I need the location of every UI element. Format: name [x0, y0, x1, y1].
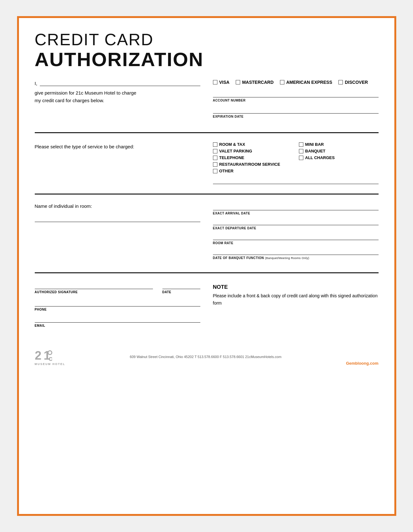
services-right: ROOM & TAX MINI BAR VALET PARKING BANQUE…: [213, 142, 379, 184]
services-prompt: Please select the type of service to be …: [35, 144, 134, 149]
section-permission: I, give permission for 21c Museum Hotel …: [35, 80, 379, 133]
card-type-mastercard[interactable]: MASTERCARD: [236, 80, 274, 85]
phone-line[interactable]: [35, 300, 200, 306]
account-number-line[interactable]: [213, 90, 379, 97]
all-charges-label: ALL CHARGES: [305, 155, 335, 160]
restaurant-checkbox[interactable]: [213, 162, 217, 167]
service-grid: ROOM & TAX MINI BAR VALET PARKING BANQUE…: [213, 142, 379, 160]
watermark: Gembloong.com: [346, 361, 379, 366]
room-rate-field: ROOM RATE: [213, 233, 379, 245]
amex-label: AMERICAN EXPRESS: [286, 80, 332, 85]
sig-labels: AUTHORIZED SIGNATURE DATE: [35, 290, 200, 294]
date-label: DATE: [162, 290, 200, 294]
account-number-label: ACCOUNT NUMBER: [213, 99, 379, 102]
permission-prefix: I,: [35, 81, 37, 86]
logo-svg: 2 1 c: [35, 348, 54, 362]
arrival-date-line[interactable]: [213, 203, 379, 210]
arrival-date-field: EXACT ARRIVAL DATE: [213, 203, 379, 215]
telephone-checkbox[interactable]: [213, 156, 217, 160]
section-services: Please select the type of service to be …: [35, 133, 379, 195]
email-line[interactable]: [35, 316, 200, 323]
room-info-left: Name of individual in room:: [35, 203, 200, 263]
service-other[interactable]: OTHER: [213, 169, 379, 173]
logo-21c: 2 1 c: [35, 348, 54, 362]
section-signature: AUTHORIZED SIGNATURE DATE PHONE EMAIL NO…: [35, 273, 379, 338]
permission-line: I,: [35, 80, 200, 86]
logo-area: 2 1 c MUSEUM HOTEL: [35, 348, 65, 366]
permission-left: I, give permission for 21c Museum Hotel …: [35, 80, 200, 123]
form-container: CREDIT CARD AUTHORIZATION I, give permis…: [17, 16, 396, 516]
card-type-discover[interactable]: DISCOVER: [338, 80, 368, 85]
banquet-checkbox[interactable]: [299, 149, 303, 153]
logo-text: MUSEUM HOTEL: [35, 362, 65, 366]
expiration-date-field: EXPIRATION DATE: [213, 107, 379, 118]
email-field: EMAIL: [35, 316, 200, 327]
room-tax-label: ROOM & TAX: [219, 142, 245, 147]
phone-field: PHONE: [35, 300, 200, 311]
service-all-charges[interactable]: ALL CHARGES: [299, 155, 379, 160]
departure-date-label: EXACT DEPARTURE DATE: [213, 226, 379, 230]
service-valet-parking[interactable]: VALET PARKING: [213, 149, 293, 153]
service-mini-bar[interactable]: MINI BAR: [299, 142, 379, 147]
service-room-tax[interactable]: ROOM & TAX: [213, 142, 293, 147]
signature-left: AUTHORIZED SIGNATURE DATE PHONE EMAIL: [35, 282, 200, 332]
banquet-date-field: DATE OF BANQUET FUNCTION (Banquet/Meetin…: [213, 248, 379, 260]
room-rate-line[interactable]: [213, 233, 379, 240]
other-label: OTHER: [219, 169, 234, 173]
sig-label: AUTHORIZED SIGNATURE: [35, 290, 153, 294]
note-title: NOTE: [213, 284, 379, 290]
mastercard-checkbox[interactable]: [236, 80, 240, 84]
date-line[interactable]: [162, 282, 200, 289]
phone-label: PHONE: [35, 308, 200, 311]
mini-bar-checkbox[interactable]: [299, 142, 303, 147]
room-name-line[interactable]: [35, 215, 200, 222]
note-box: NOTE Please include a front & back copy …: [213, 282, 379, 306]
visa-label: VISA: [219, 80, 230, 85]
arrival-date-label: EXACT ARRIVAL DATE: [213, 212, 379, 215]
card-types: VISA MASTERCARD AMERICAN EXPRESS DISCOVE…: [213, 80, 379, 85]
expiration-date-label: EXPIRATION DATE: [213, 115, 379, 118]
card-type-visa[interactable]: VISA: [213, 80, 230, 85]
service-telephone[interactable]: TELEPHONE: [213, 155, 293, 160]
amex-checkbox[interactable]: [280, 80, 284, 84]
title-line1: CREDIT CARD: [35, 31, 379, 49]
discover-label: DISCOVER: [345, 80, 368, 85]
departure-date-field: EXACT DEPARTURE DATE: [213, 218, 379, 230]
banquet-sublabel: (Banquet/Meeting Rooms Only): [265, 257, 309, 260]
note-right: NOTE Please include a front & back copy …: [213, 282, 379, 332]
email-label: EMAIL: [35, 324, 200, 327]
room-info-right: EXACT ARRIVAL DATE EXACT DEPARTURE DATE …: [213, 203, 379, 263]
room-tax-checkbox[interactable]: [213, 142, 217, 147]
departure-date-line[interactable]: [213, 218, 379, 225]
sig-row: [35, 282, 200, 289]
valet-parking-label: VALET PARKING: [219, 149, 252, 153]
restaurant-label: RESTAURANT/ROOM SERVICE: [219, 162, 280, 167]
card-info-right: VISA MASTERCARD AMERICAN EXPRESS DISCOVE…: [213, 80, 379, 123]
visa-checkbox[interactable]: [213, 80, 217, 84]
discover-checkbox[interactable]: [338, 80, 343, 84]
banquet-date-line[interactable]: [213, 248, 379, 255]
note-body: Please include a front & back copy of cr…: [213, 292, 379, 306]
room-rate-label: ROOM RATE: [213, 241, 379, 245]
section-room-info: Name of individual in room: EXACT ARRIVA…: [35, 195, 379, 273]
room-name-prompt: Name of individual in room:: [35, 203, 200, 209]
expiration-date-line[interactable]: [213, 107, 379, 114]
footer-address: 609 Walnut Street Cincinnati, Ohio 45202…: [130, 355, 282, 359]
service-banquet[interactable]: BANQUET: [299, 149, 379, 153]
services-underline[interactable]: [213, 177, 379, 184]
title-line2: AUTHORIZATION: [35, 49, 379, 70]
telephone-label: TELEPHONE: [219, 155, 244, 160]
signature-line[interactable]: [35, 282, 153, 289]
svg-text:c: c: [49, 355, 52, 362]
title-section: CREDIT CARD AUTHORIZATION: [35, 31, 379, 70]
name-underline[interactable]: [40, 80, 200, 86]
banquet-label: BANQUET: [305, 149, 325, 153]
card-type-amex[interactable]: AMERICAN EXPRESS: [280, 80, 332, 85]
service-restaurant[interactable]: RESTAURANT/ROOM SERVICE: [213, 162, 379, 167]
other-checkbox[interactable]: [213, 169, 217, 173]
valet-parking-checkbox[interactable]: [213, 149, 217, 153]
svg-text:2: 2: [35, 349, 41, 362]
all-charges-checkbox[interactable]: [299, 156, 303, 160]
permission-body: give permission for 21c Museum Hotel to …: [35, 89, 200, 104]
footer: 2 1 c MUSEUM HOTEL 609 Walnut Street Cin…: [35, 344, 379, 366]
